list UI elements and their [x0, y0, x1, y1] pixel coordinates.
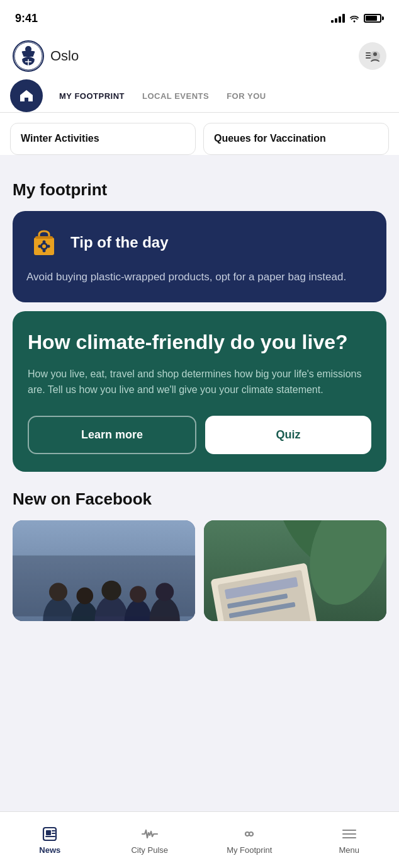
signal-icon	[331, 14, 345, 23]
bottom-nav-city-pulse[interactable]: City Pulse	[100, 812, 200, 868]
facebook-title: New on Facebook	[13, 489, 386, 509]
svg-point-6	[373, 52, 377, 56]
tab-my-footprint[interactable]: MY FOOTPRINT	[50, 81, 133, 111]
wifi-icon	[349, 14, 360, 23]
svg-point-14	[43, 240, 46, 243]
facebook-section: New on Facebook	[0, 472, 399, 621]
fb-card-2[interactable]	[204, 520, 386, 621]
bottom-spacer	[0, 621, 399, 684]
profile-icon	[364, 47, 381, 65]
my-footprint-label: My Footprint	[227, 845, 272, 855]
header-left: Oslo	[13, 40, 79, 72]
vaccination-card[interactable]: Queues for Vaccination	[203, 123, 389, 155]
section-divider	[0, 155, 399, 170]
svg-point-17	[47, 244, 50, 248]
fb-card-1[interactable]	[13, 520, 195, 621]
home-icon	[18, 88, 35, 104]
climate-buttons: Learn more Quiz	[28, 416, 371, 454]
news-label: News	[39, 845, 60, 855]
tip-title: Tip of the day	[70, 234, 169, 251]
city-label: Oslo	[50, 48, 79, 64]
svg-rect-11	[35, 236, 53, 239]
climate-card: How climate-friendly do you live? How yo…	[13, 311, 386, 472]
bottom-nav-menu[interactable]: Menu	[300, 812, 400, 868]
bottom-nav-news[interactable]: News	[0, 812, 100, 868]
tab-for-you[interactable]: FOR YOU	[218, 81, 275, 111]
city-pulse-icon	[141, 825, 159, 843]
tip-card: Tip of the day Avoid buying plastic-wrap…	[13, 211, 386, 303]
status-time: 9:41	[15, 12, 38, 25]
svg-point-13	[42, 244, 46, 248]
climate-body: How you live, eat, travel and shop deter…	[28, 366, 371, 398]
nav-tabs: MY FOOTPRINT LOCAL EVENTS FOR YOU	[0, 79, 399, 113]
status-bar: 9:41	[0, 0, 399, 34]
city-pulse-label: City Pulse	[131, 845, 168, 855]
my-footprint-icon	[240, 825, 258, 843]
climate-title: How climate-friendly do you live?	[28, 330, 371, 354]
battery-icon	[364, 14, 384, 23]
tip-bag-icon	[26, 225, 62, 260]
header: Oslo	[0, 34, 399, 79]
fb-card-1-image	[13, 520, 195, 621]
status-icons	[331, 14, 384, 23]
quiz-button[interactable]: Quiz	[205, 416, 371, 454]
svg-rect-39	[46, 830, 51, 835]
tab-local-events[interactable]: LOCAL EVENTS	[133, 81, 218, 111]
svg-point-16	[38, 244, 42, 248]
fb-card-2-image	[204, 520, 386, 621]
section-title: My footprint	[13, 180, 386, 200]
oslo-logo	[13, 40, 44, 72]
svg-point-15	[43, 249, 46, 252]
facebook-cards	[13, 520, 386, 621]
winter-activities-card[interactable]: Winter Activities	[10, 123, 196, 155]
news-icon	[41, 825, 59, 843]
menu-icon	[340, 825, 358, 843]
cards-strip: Winter Activities Queues for Vaccination	[0, 113, 399, 155]
profile-button[interactable]	[359, 42, 386, 70]
learn-more-button[interactable]: Learn more	[28, 416, 196, 454]
my-footprint-section: My footprint Tip of the day Avoid buying…	[0, 170, 399, 472]
svg-rect-29	[13, 556, 195, 617]
tip-body: Avoid buying plastic-wrapped products, o…	[26, 269, 373, 285]
menu-label: Menu	[339, 845, 359, 855]
home-button[interactable]	[10, 79, 43, 112]
bottom-nav-my-footprint[interactable]: My Footprint	[200, 812, 300, 868]
bottom-nav: News City Pulse My Footprint Menu	[0, 811, 399, 868]
